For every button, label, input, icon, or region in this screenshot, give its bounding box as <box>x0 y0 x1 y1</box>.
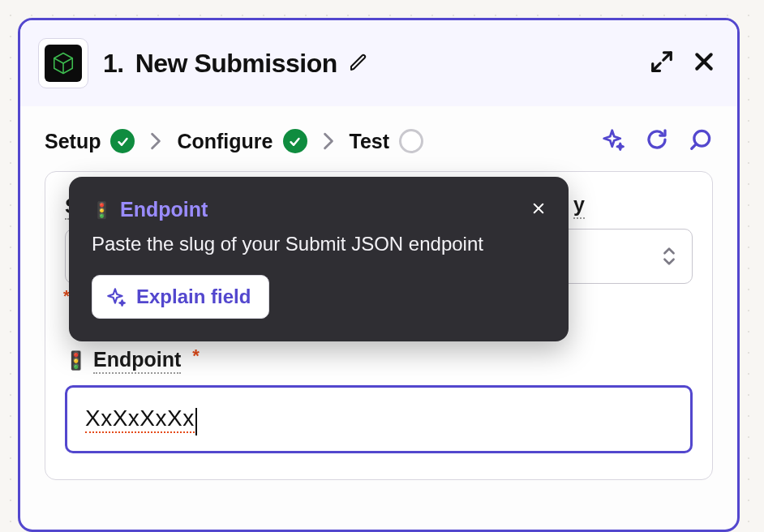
stepper-separator <box>314 132 343 150</box>
tooltip-title: 🚦 Endpoint <box>92 198 208 221</box>
traffic-light-icon: 🚦 <box>65 350 87 371</box>
panel-title-row: 1. New Submission <box>103 49 650 79</box>
edit-title-button[interactable] <box>349 49 368 79</box>
close-icon <box>531 201 546 216</box>
step-configure[interactable]: Configure <box>177 129 307 153</box>
panel-header: 1. New Submission <box>20 20 737 106</box>
header-actions <box>650 49 716 77</box>
stepper-separator <box>141 132 170 150</box>
check-icon <box>288 135 302 148</box>
step-label: Test <box>350 130 390 153</box>
pencil-icon <box>349 53 368 72</box>
close-icon <box>692 49 716 74</box>
select-chevrons-icon <box>661 246 677 267</box>
first-field-label-end: y <box>573 193 585 219</box>
chevron-right-icon <box>323 132 334 150</box>
check-icon <box>116 135 130 148</box>
ai-assist-button[interactable] <box>601 127 625 155</box>
tooltip-close-button[interactable] <box>531 201 546 219</box>
stepper-actions <box>601 127 713 155</box>
traffic-light-icon: 🚦 <box>92 200 112 220</box>
step-label: Setup <box>45 130 101 153</box>
search-icon <box>689 127 713 152</box>
step-setup[interactable]: Setup <box>45 129 135 153</box>
step-status-done-icon <box>283 129 307 153</box>
app-icon <box>38 38 88 88</box>
endpoint-field: 🚦 Endpoint * XxXxXxXx <box>65 348 693 453</box>
endpoint-label: Endpoint <box>93 348 181 374</box>
endpoint-label-row: 🚦 Endpoint * <box>65 348 693 374</box>
step-test[interactable]: Test <box>350 129 424 153</box>
sparkle-icon <box>601 127 625 152</box>
step-status-done-icon <box>110 129 135 153</box>
chevron-right-icon <box>150 132 161 150</box>
undo-icon <box>645 127 669 152</box>
text-caret <box>195 408 197 435</box>
search-button[interactable] <box>689 127 713 155</box>
step-status-pending-icon <box>399 129 423 153</box>
required-marker: * <box>192 345 200 367</box>
endpoint-input[interactable]: XxXxXxXx <box>65 385 693 453</box>
refresh-button[interactable] <box>645 127 669 155</box>
expand-button[interactable] <box>650 49 674 77</box>
panel-title: New Submission <box>135 49 337 79</box>
explain-field-label: Explain field <box>136 285 251 308</box>
tooltip-header: 🚦 Endpoint <box>92 198 546 221</box>
step-label: Configure <box>177 130 273 153</box>
sparkle-icon <box>105 286 127 307</box>
step-number: 1. <box>103 49 124 79</box>
close-panel-button[interactable] <box>692 49 716 77</box>
tooltip-title-text: Endpoint <box>120 198 208 221</box>
cube-icon <box>51 51 75 75</box>
field-tooltip: 🚦 Endpoint Paste the slug of your Submit… <box>69 177 569 341</box>
stepper: Setup Configure <box>20 106 737 166</box>
explain-field-button[interactable]: Explain field <box>92 275 269 319</box>
tooltip-body: Paste the slug of your Submit JSON endpo… <box>92 231 546 257</box>
app-icon-inner <box>45 45 82 82</box>
expand-icon <box>650 49 674 74</box>
endpoint-input-value: XxXxXxXx <box>85 405 195 433</box>
svg-line-7 <box>692 144 697 149</box>
